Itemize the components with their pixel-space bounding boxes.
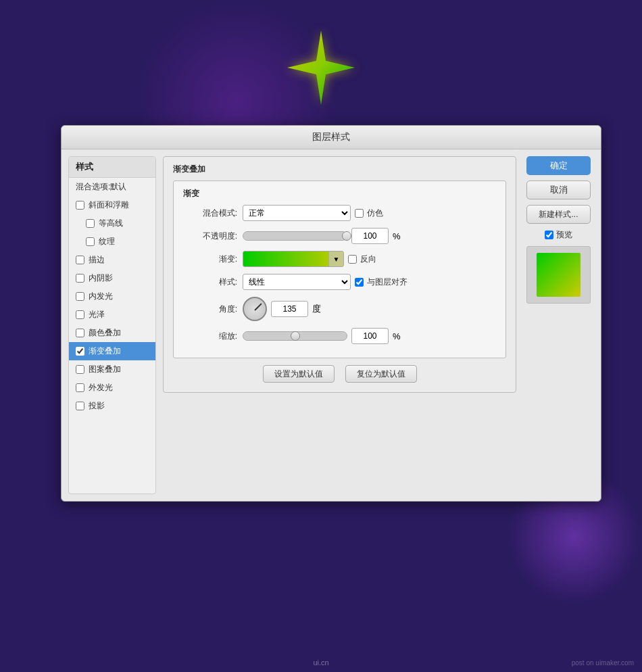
layer-item-gradient-overlay[interactable]: 渐变叠加: [69, 342, 155, 360]
angle-row: 角度: 度: [183, 297, 496, 321]
style-row: 样式: 线性 径向 角度 对称 菱形 与图层对齐: [183, 274, 496, 290]
layer-item-stroke[interactable]: 描边: [69, 251, 155, 269]
bevel-checkbox[interactable]: [76, 201, 84, 210]
preview-checkbox[interactable]: [545, 231, 553, 239]
inner-shadow-checkbox[interactable]: [76, 274, 84, 283]
layer-item-pattern-overlay[interactable]: 图案叠加: [69, 360, 155, 379]
layer-item-inner-shadow[interactable]: 内阴影: [69, 269, 155, 287]
gradient-overlay-section: 渐变叠加 渐变 混合模式: 正常 仿色: [163, 156, 516, 393]
contour-checkbox[interactable]: [86, 219, 95, 228]
angle-input[interactable]: [271, 301, 308, 317]
pattern-overlay-checkbox[interactable]: [76, 365, 84, 374]
layer-item-blend-options[interactable]: 混合选项:默认: [69, 178, 155, 196]
drop-shadow-checkbox[interactable]: [76, 402, 84, 410]
layer-item-outer-glow[interactable]: 外发光: [69, 379, 155, 397]
blend-mode-row: 混合模式: 正常 仿色: [183, 205, 496, 221]
right-panel: 确定 取消 新建样式... 预览: [523, 156, 594, 494]
preview-box: [526, 246, 591, 304]
new-style-button[interactable]: 新建样式...: [526, 205, 591, 224]
angle-needle: [254, 303, 262, 310]
scale-slider-thumb[interactable]: [291, 331, 300, 341]
layer-item-texture[interactable]: 纹理: [69, 233, 155, 251]
set-default-button[interactable]: 设置为默认值: [263, 365, 335, 383]
confirm-button[interactable]: 确定: [526, 156, 591, 175]
footer-right: post on uimaker.com: [572, 659, 634, 667]
blend-mode-select[interactable]: 正常: [243, 205, 351, 221]
opacity-input[interactable]: [351, 228, 389, 244]
scale-slider-track[interactable]: [243, 331, 347, 341]
scale-row: 缩放: %: [183, 328, 496, 344]
simulate-pressure-checkbox[interactable]: [355, 209, 364, 218]
layer-item-bevel[interactable]: 斜面和浮雕: [69, 196, 155, 214]
star-icon: [280, 20, 362, 122]
gradient-dropdown-icon[interactable]: ▼: [328, 251, 343, 266]
layer-item-contour[interactable]: 等高线: [69, 214, 155, 233]
middle-panel: 渐变叠加 渐变 混合模式: 正常 仿色: [163, 156, 516, 494]
stroke-checkbox[interactable]: [76, 256, 84, 264]
layer-item-drop-shadow[interactable]: 投影: [69, 397, 155, 415]
layer-item-color-overlay[interactable]: 颜色叠加: [69, 324, 155, 342]
preview-gradient: [537, 253, 581, 297]
action-buttons-row: 设置为默认值 复位为默认值: [173, 365, 506, 383]
inner-glow-checkbox[interactable]: [76, 292, 84, 301]
gradient-overlay-checkbox[interactable]: [76, 347, 84, 356]
cancel-button[interactable]: 取消: [526, 181, 591, 199]
layer-item-inner-glow[interactable]: 内发光: [69, 287, 155, 306]
satin-checkbox[interactable]: [76, 310, 84, 319]
gradient-style-select[interactable]: 线性 径向 角度 对称 菱形: [243, 274, 351, 290]
footer-watermark: ui.cn: [313, 658, 328, 667]
reset-default-button[interactable]: 复位为默认值: [345, 365, 417, 383]
scale-input[interactable]: [351, 328, 389, 344]
left-panel: 样式 混合选项:默认 斜面和浮雕 等高线 纹理 描边 内阴影: [68, 156, 156, 494]
preview-row: 预览: [545, 229, 572, 241]
align-layers-checkbox[interactable]: [355, 278, 364, 287]
layer-style-dialog: 图层样式 样式 混合选项:默认 斜面和浮雕 等高线 纹理 描边: [61, 125, 601, 502]
outer-glow-checkbox[interactable]: [76, 383, 84, 392]
styles-title: 样式: [69, 157, 155, 178]
angle-dial[interactable]: [243, 297, 267, 321]
opacity-slider-track[interactable]: [243, 231, 347, 241]
reverse-checkbox[interactable]: [348, 255, 357, 264]
layer-item-satin[interactable]: 光泽: [69, 306, 155, 324]
opacity-slider-thumb[interactable]: [342, 231, 351, 241]
gradient-preview[interactable]: ▼: [243, 251, 344, 267]
color-overlay-checkbox[interactable]: [76, 329, 84, 337]
gradient-row: 渐变: ▼ 反向: [183, 251, 496, 267]
opacity-row: 不透明度: %: [183, 228, 496, 244]
dialog-title: 图层样式: [61, 126, 601, 149]
texture-checkbox[interactable]: [86, 237, 95, 246]
gradient-inner-group: 渐变 混合模式: 正常 仿色: [173, 181, 506, 358]
